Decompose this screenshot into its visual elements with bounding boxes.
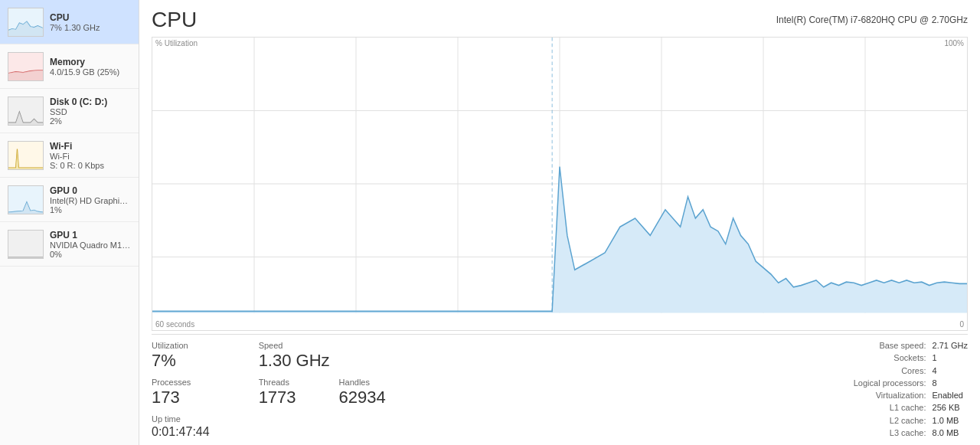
stat-col-1: Utilization 7% Processes 173 Up time 0:0…: [152, 341, 234, 439]
detail-key: L1 cache:: [854, 403, 926, 414]
detail-value: 1.0 MB: [933, 416, 968, 427]
sidebar-disk-sub2: 2%: [50, 116, 131, 126]
stats-left: Utilization 7% Processes 173 Up time 0:0…: [152, 341, 854, 439]
detail-key: Cores:: [854, 366, 926, 377]
sidebar-item-gpu0[interactable]: GPU 0 Intel(R) HD Graphics 530 1%: [0, 178, 139, 222]
svg-marker-3: [8, 149, 43, 169]
main-panel: CPU Intel(R) Core(TM) i7-6820HQ CPU @ 2.…: [139, 0, 980, 445]
sidebar-gpu1-sub1: NVIDIA Quadro M1000M: [50, 240, 131, 250]
page-title: CPU: [152, 8, 197, 32]
handles-label: Handles: [339, 378, 386, 387]
sidebar-memory-sub: 4.0/15.9 GB (25%): [50, 67, 131, 77]
sidebar-item-memory[interactable]: Memory 4.0/15.9 GB (25%): [0, 44, 139, 89]
detail-key: L2 cache:: [854, 416, 926, 427]
uptime-value: 0:01:47:44: [152, 425, 210, 439]
stat-utilization: Utilization 7%: [152, 341, 210, 370]
threads-label: Threads: [259, 378, 296, 387]
main-header: CPU Intel(R) Core(TM) i7-6820HQ CPU @ 2.…: [152, 8, 968, 32]
cpu-chart-container: % Utilization 100% 60 seconds 0: [152, 37, 968, 331]
cpu-utilization-chart: [152, 38, 967, 330]
sidebar-thumb-wifi: [8, 141, 44, 170]
detail-value: 256 KB: [933, 403, 968, 414]
handles-value: 62934: [339, 388, 386, 407]
stat-handles: Handles 62934: [339, 378, 386, 407]
sidebar-thumb-memory: [8, 52, 44, 81]
utilization-label: Utilization: [152, 341, 210, 350]
stat-processes: Processes 173: [152, 378, 210, 407]
speed-label: Speed: [259, 341, 386, 350]
detail-value: 2.71 GHz: [933, 341, 968, 352]
stat-row-threads-handles: Threads 1773 Handles 62934: [259, 378, 410, 407]
speed-value: 1.30 GHz: [259, 352, 386, 370]
detail-key: Base speed:: [854, 341, 926, 352]
detail-key: Virtualization:: [854, 391, 926, 401]
sidebar-item-cpu[interactable]: CPU 7% 1.30 GHz: [0, 0, 139, 44]
processes-value: 173: [152, 388, 210, 407]
chart-x-label: 60 seconds: [155, 320, 194, 329]
processes-label: Processes: [152, 378, 210, 387]
stat-uptime: Up time 0:01:47:44: [152, 414, 210, 439]
chart-x-zero: 0: [959, 320, 964, 329]
svg-marker-5: [8, 257, 43, 258]
stat-col-2: Speed 1.30 GHz Threads 1773 Handles 6293…: [259, 341, 410, 439]
sidebar-thumb-gpu0: [8, 185, 44, 214]
detail-value: 8: [933, 378, 968, 389]
detail-key: L3 cache:: [854, 428, 926, 439]
sidebar-memory-title: Memory: [50, 57, 131, 67]
detail-grid: Base speed:2.71 GHzSockets:1Cores:4Logic…: [854, 341, 968, 439]
sidebar-wifi-sub1: Wi-Fi: [50, 152, 131, 161]
sidebar: CPU 7% 1.30 GHz Memory 4.0/15.9 GB (25%)…: [0, 0, 139, 445]
sidebar-disk-title: Disk 0 (C: D:): [50, 97, 131, 107]
svg-marker-2: [8, 111, 43, 124]
detail-value: 4: [933, 366, 968, 377]
sidebar-info-gpu0: GPU 0 Intel(R) HD Graphics 530 1%: [50, 185, 131, 214]
sidebar-info-gpu1: GPU 1 NVIDIA Quadro M1000M 0%: [50, 230, 131, 259]
sidebar-gpu0-sub1: Intel(R) HD Graphics 530: [50, 196, 131, 205]
sidebar-info-disk: Disk 0 (C: D:) SSD 2%: [50, 97, 131, 126]
stat-threads: Threads 1773: [259, 378, 296, 407]
sidebar-gpu1-sub2: 0%: [50, 250, 131, 259]
chart-y-max: 100%: [944, 39, 964, 47]
svg-marker-16: [152, 167, 967, 313]
stat-speed: Speed 1.30 GHz: [259, 341, 386, 370]
sidebar-item-gpu1[interactable]: GPU 1 NVIDIA Quadro M1000M 0%: [0, 222, 139, 267]
chart-y-label: % Utilization: [155, 39, 198, 47]
sidebar-thumb-gpu1: [8, 230, 44, 259]
sidebar-wifi-title: Wi-Fi: [50, 141, 131, 152]
sidebar-gpu1-title: GPU 1: [50, 230, 131, 240]
sidebar-info-wifi: Wi-Fi Wi-Fi S: 0 R: 0 Kbps: [50, 141, 131, 170]
detail-value: Enabled: [933, 391, 968, 401]
sidebar-cpu-title: CPU: [50, 12, 131, 23]
sidebar-disk-sub1: SSD: [50, 107, 131, 116]
sidebar-gpu0-sub2: 1%: [50, 205, 131, 214]
detail-value: 8.0 MB: [933, 428, 968, 439]
cpu-name: Intel(R) Core(TM) i7-6820HQ CPU @ 2.70GH…: [776, 15, 968, 25]
sidebar-thumb-cpu: [8, 8, 44, 37]
utilization-value: 7%: [152, 352, 210, 370]
sidebar-cpu-sub: 7% 1.30 GHz: [50, 23, 131, 32]
sidebar-item-wifi[interactable]: Wi-Fi Wi-Fi S: 0 R: 0 Kbps: [0, 133, 139, 178]
sidebar-info-cpu: CPU 7% 1.30 GHz: [50, 12, 131, 32]
threads-value: 1773: [259, 388, 296, 407]
sidebar-info-memory: Memory 4.0/15.9 GB (25%): [50, 57, 131, 77]
detail-key: Sockets:: [854, 353, 926, 364]
sidebar-gpu0-title: GPU 0: [50, 185, 131, 196]
sidebar-wifi-sub2: S: 0 R: 0 Kbps: [50, 161, 131, 170]
detail-key: Logical processors:: [854, 378, 926, 389]
sidebar-item-disk[interactable]: Disk 0 (C: D:) SSD 2%: [0, 89, 139, 133]
sidebar-thumb-disk: [8, 97, 44, 126]
stats-bar: Utilization 7% Processes 173 Up time 0:0…: [152, 334, 968, 445]
detail-value: 1: [933, 353, 968, 364]
uptime-label: Up time: [152, 414, 210, 424]
